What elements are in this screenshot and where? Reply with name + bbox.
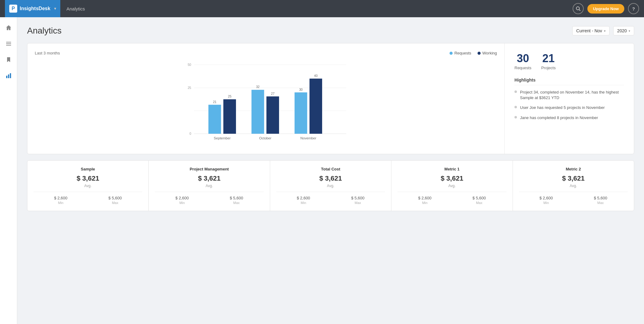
- metric-value-4: $ 3,621: [519, 174, 628, 182]
- stat-requests: 30 Requests: [514, 52, 531, 70]
- requests-count: 30: [514, 52, 531, 65]
- highlight-dot-3: [514, 116, 517, 118]
- metric-min-2: $ 2,600 Min: [297, 196, 310, 205]
- svg-rect-4: [6, 45, 11, 46]
- requests-label: Requests: [514, 66, 531, 70]
- metric-min-1: $ 2,600 Min: [175, 196, 189, 205]
- brand-name: InsightsDesk: [20, 6, 50, 11]
- metric-card-3: Metric 1 $ 3,621 Avg. $ 2,600 Min $ 5,60…: [391, 161, 513, 211]
- metric-minmax-0: $ 2,600 Min $ 5,600 Max: [34, 192, 142, 205]
- bar-nov-working: [310, 78, 322, 134]
- sidebar-item-list[interactable]: [2, 37, 15, 50]
- svg-point-0: [576, 7, 579, 10]
- metric-name-2: Total Cost: [276, 167, 385, 171]
- svg-text:30: 30: [299, 88, 303, 91]
- bar-oct-requests: [251, 90, 264, 134]
- svg-text:October: October: [259, 136, 271, 140]
- metric-min-4: $ 2,600 Min: [539, 196, 553, 205]
- month-filter-label: Current - Nov: [576, 28, 602, 33]
- brand-icon: P: [9, 5, 17, 13]
- metric-avg-3: Avg.: [398, 184, 506, 188]
- month-filter[interactable]: Current - Nov ▾: [572, 26, 610, 35]
- svg-line-1: [579, 10, 580, 11]
- sidebar-item-bookmark[interactable]: [2, 53, 15, 66]
- metric-avg-2: Avg.: [276, 184, 385, 188]
- svg-rect-5: [6, 76, 7, 78]
- highlight-item-3: Jane has completed 8 projects in Novembe…: [514, 115, 624, 121]
- metric-card-2: Total Cost $ 3,621 Avg. $ 2,600 Min $ 5,…: [270, 161, 391, 211]
- top-card: Last 3 months Requests Working: [27, 43, 634, 154]
- legend-requests-label: Requests: [454, 51, 471, 55]
- brand-chevron-icon[interactable]: ▾: [54, 6, 56, 11]
- chart-period-label: Last 3 months: [35, 51, 60, 55]
- highlights-title: Highlights: [514, 78, 624, 85]
- metric-min-0: $ 2,600 Min: [54, 196, 67, 205]
- svg-rect-3: [6, 43, 11, 44]
- bar-chart-svg: 50 25 0 21 25 September 32 27 October: [35, 59, 497, 145]
- help-icon: ?: [632, 6, 635, 11]
- metric-max-4: $ 5,600 Max: [594, 196, 607, 205]
- stats-section: 30 Requests 21 Projects Highlights Proje…: [505, 43, 634, 154]
- projects-label: Projects: [541, 66, 556, 70]
- year-filter[interactable]: 2020 ▾: [613, 26, 634, 35]
- metric-max-1: $ 5,600 Max: [230, 196, 243, 205]
- svg-text:32: 32: [256, 85, 260, 89]
- metric-avg-4: Avg.: [519, 184, 628, 188]
- metric-name-0: Sample: [34, 167, 142, 171]
- page-header: Analytics Current - Nov ▾ 2020 ▾: [27, 26, 634, 36]
- metric-name-3: Metric 1: [398, 167, 506, 171]
- highlight-dot-1: [514, 90, 517, 93]
- metric-card-0: Sample $ 3,621 Avg. $ 2,600 Min $ 5,600 …: [27, 161, 149, 211]
- topnav: P InsightsDesk ▾ Analytics Upgrade Now ?: [0, 0, 644, 17]
- bar-nov-requests: [294, 92, 307, 134]
- svg-text:25: 25: [188, 86, 191, 90]
- metrics-row: Sample $ 3,621 Avg. $ 2,600 Min $ 5,600 …: [27, 160, 634, 211]
- metric-card-4: Metric 2 $ 3,621 Avg. $ 2,600 Min $ 5,60…: [513, 161, 634, 211]
- metric-card-1: Project Management $ 3,621 Avg. $ 2,600 …: [149, 161, 270, 211]
- working-dot: [478, 52, 481, 55]
- legend-working: Working: [478, 51, 497, 55]
- page-filters: Current - Nov ▾ 2020 ▾: [572, 26, 634, 35]
- metric-max-3: $ 5,600 Max: [473, 196, 486, 205]
- stat-projects: 21 Projects: [541, 52, 556, 70]
- help-button[interactable]: ?: [628, 3, 639, 14]
- sidebar-item-analytics[interactable]: [2, 69, 15, 82]
- svg-rect-2: [6, 42, 11, 42]
- bar-oct-working: [266, 96, 279, 134]
- svg-text:50: 50: [188, 63, 191, 66]
- metric-minmax-4: $ 2,600 Min $ 5,600 Max: [519, 192, 628, 205]
- analytics-icon: [6, 73, 12, 79]
- nav-title: Analytics: [66, 6, 573, 11]
- legend-working-label: Working: [482, 51, 497, 55]
- bookmark-icon: [6, 57, 12, 63]
- chart-legend: Requests Working: [450, 51, 497, 55]
- upgrade-button[interactable]: Upgrade Now: [587, 4, 624, 14]
- metric-avg-1: Avg.: [155, 184, 263, 188]
- svg-text:September: September: [214, 136, 231, 140]
- highlight-text-1: Project 34, completed on November 14, ha…: [520, 90, 624, 101]
- svg-text:40: 40: [314, 74, 318, 78]
- search-button[interactable]: [573, 3, 584, 14]
- highlight-item-1: Project 34, completed on November 14, ha…: [514, 90, 624, 101]
- highlight-item-2: User Joe has requested 5 projects in Nov…: [514, 105, 624, 110]
- sidebar: [0, 17, 17, 324]
- search-icon: [576, 6, 581, 11]
- chart-header: Last 3 months Requests Working: [35, 51, 497, 55]
- year-chevron-icon: ▾: [629, 29, 630, 33]
- highlights-list: Project 34, completed on November 14, ha…: [514, 90, 624, 121]
- brand-logo[interactable]: P InsightsDesk ▾: [5, 0, 60, 17]
- highlight-text-2: User Joe has requested 5 projects in Nov…: [520, 105, 605, 110]
- sidebar-item-home[interactable]: [2, 21, 15, 34]
- bar-sep-working: [223, 99, 236, 134]
- metric-min-3: $ 2,600 Min: [418, 196, 431, 205]
- month-chevron-icon: ▾: [604, 29, 606, 33]
- metric-name-1: Project Management: [155, 167, 263, 171]
- main-content: Analytics Current - Nov ▾ 2020 ▾ Last 3 …: [17, 17, 644, 324]
- svg-text:25: 25: [228, 95, 232, 98]
- metric-minmax-3: $ 2,600 Min $ 5,600 Max: [398, 192, 506, 205]
- svg-text:21: 21: [213, 100, 217, 104]
- svg-rect-7: [10, 73, 11, 78]
- stats-row: 30 Requests 21 Projects: [514, 52, 624, 70]
- home-icon: [6, 25, 12, 31]
- metric-minmax-1: $ 2,600 Min $ 5,600 Max: [155, 192, 263, 205]
